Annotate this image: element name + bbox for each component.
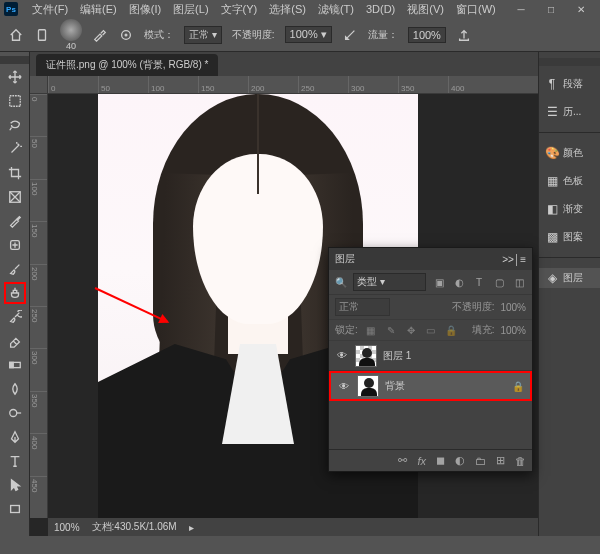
panel-tab-history[interactable]: ☰历... (539, 102, 600, 122)
panel-tab-swatches[interactable]: ▦色板 (539, 171, 600, 191)
brush-preview[interactable] (60, 19, 82, 41)
window-close[interactable]: ✕ (566, 4, 596, 15)
crop-tool[interactable] (4, 162, 26, 184)
ruler-vertical[interactable]: 050100150200250300350400450 (30, 94, 48, 518)
mode-label: 模式： (144, 28, 174, 42)
ruler-origin[interactable] (30, 76, 48, 94)
zoom-level[interactable]: 100% (54, 522, 80, 533)
layers-list: 👁 图层 1 👁 背景 🔒 (329, 341, 532, 449)
filter-smart-icon[interactable]: ◫ (512, 275, 526, 289)
layer-mask-icon[interactable]: ◼ (436, 454, 445, 467)
filter-type-select[interactable]: 类型 ▾ (353, 273, 426, 291)
layer-blend-mode[interactable]: 正常 (335, 298, 390, 316)
panel-dock-expand[interactable] (539, 58, 600, 66)
filter-pixel-icon[interactable]: ▣ (432, 275, 446, 289)
dodge-tool[interactable] (4, 402, 26, 424)
flow-value[interactable]: 100% (408, 27, 446, 43)
layer-name[interactable]: 背景 (385, 379, 405, 393)
clone-stamp-tool[interactable] (4, 282, 26, 304)
delete-layer-icon[interactable]: 🗑 (515, 455, 526, 467)
panel-tab-layers[interactable]: ◈图层 (539, 268, 600, 288)
menu-view[interactable]: 视图(V) (401, 0, 450, 19)
lock-all-icon[interactable]: 🔒 (444, 323, 458, 337)
toolbox-expand[interactable] (0, 56, 29, 64)
lock-transparency-icon[interactable]: ▦ (364, 323, 378, 337)
opacity-value[interactable]: 100% ▾ (285, 26, 332, 43)
share-icon[interactable] (456, 27, 472, 43)
layers-panel: 图层 >>│≡ 🔍 类型 ▾ ▣ ◐ T ▢ ◫ 正常 不透明度: 100% 锁… (328, 247, 533, 472)
brush-settings-icon[interactable] (92, 27, 108, 43)
pen-tool[interactable] (4, 426, 26, 448)
marquee-tool[interactable] (4, 90, 26, 112)
healing-brush-tool[interactable] (4, 234, 26, 256)
menu-type[interactable]: 文字(Y) (215, 0, 264, 19)
home-icon[interactable] (8, 27, 24, 43)
filter-shape-icon[interactable]: ▢ (492, 275, 506, 289)
panel-tab-color[interactable]: 🎨颜色 (539, 143, 600, 163)
panel-tab-paragraph[interactable]: ¶段落 (539, 74, 600, 94)
lock-image-icon[interactable]: ✎ (384, 323, 398, 337)
blur-tool[interactable] (4, 378, 26, 400)
link-layers-icon[interactable]: ⚯ (398, 454, 407, 467)
lock-position-icon[interactable]: ✥ (404, 323, 418, 337)
svg-point-2 (125, 34, 127, 36)
layer-thumbnail[interactable] (357, 375, 379, 397)
panel-menu-icon[interactable]: >>│≡ (502, 254, 526, 265)
search-icon: 🔍 (335, 277, 347, 288)
eraser-tool[interactable] (4, 330, 26, 352)
path-selection-tool[interactable] (4, 474, 26, 496)
ruler-horizontal[interactable]: 050100150200250300350400 (48, 76, 538, 94)
menu-image[interactable]: 图像(I) (123, 0, 167, 19)
doc-size-label[interactable]: 文档:430.5K/1.06M (92, 520, 177, 534)
filter-adjust-icon[interactable]: ◐ (452, 275, 466, 289)
layer-item[interactable]: 👁 图层 1 (329, 341, 532, 371)
menu-layer[interactable]: 图层(L) (167, 0, 214, 19)
history-icon: ☰ (545, 105, 559, 119)
layer-name[interactable]: 图层 1 (383, 349, 411, 363)
tool-preset-icon[interactable] (34, 27, 50, 43)
filter-type-icon[interactable]: T (472, 275, 486, 289)
menu-filter[interactable]: 滤镜(T) (312, 0, 360, 19)
menu-file[interactable]: 文件(F) (26, 0, 74, 19)
layer-thumbnail[interactable] (355, 345, 377, 367)
layer-item-background[interactable]: 👁 背景 🔒 (329, 371, 532, 401)
history-brush-tool[interactable] (4, 306, 26, 328)
lock-artboard-icon[interactable]: ▭ (424, 323, 438, 337)
panel-tab-patterns[interactable]: ▩图案 (539, 227, 600, 247)
window-minimize[interactable]: ─ (506, 4, 536, 15)
menu-window[interactable]: 窗口(W) (450, 0, 502, 19)
document-tab[interactable]: 证件照.png @ 100% (背景, RGB/8) * (36, 54, 218, 76)
visibility-toggle-icon[interactable]: 👁 (335, 350, 349, 361)
svg-point-8 (9, 410, 16, 417)
visibility-toggle-icon[interactable]: 👁 (337, 381, 351, 392)
layers-panel-header[interactable]: 图层 >>│≡ (329, 248, 532, 270)
type-tool[interactable] (4, 450, 26, 472)
panel-tab-gradients[interactable]: ◧渐变 (539, 199, 600, 219)
move-tool[interactable] (4, 66, 26, 88)
pressure-opacity-icon[interactable] (342, 27, 358, 43)
gradient-tool[interactable] (4, 354, 26, 376)
blend-mode-select[interactable]: 正常 ▾ (184, 26, 222, 44)
lasso-tool[interactable] (4, 114, 26, 136)
sample-icon[interactable] (118, 27, 134, 43)
brush-size-label: 40 (66, 41, 76, 51)
eyedropper-tool[interactable] (4, 210, 26, 232)
menu-select[interactable]: 选择(S) (263, 0, 312, 19)
fill-value[interactable]: 100% (500, 325, 526, 336)
layer-style-icon[interactable]: fx (417, 455, 426, 467)
right-panel-dock: ¶段落 ☰历... 🎨颜色 ▦色板 ◧渐变 ▩图案 ◈图层 (538, 52, 600, 536)
layer-opacity-value[interactable]: 100% (500, 302, 526, 313)
menu-edit[interactable]: 编辑(E) (74, 0, 123, 19)
window-maximize[interactable]: □ (536, 4, 566, 15)
app-icon: Ps (4, 2, 18, 16)
menu-3d[interactable]: 3D(D) (360, 1, 401, 17)
brush-tool[interactable] (4, 258, 26, 280)
rectangle-tool[interactable] (4, 498, 26, 520)
frame-tool[interactable] (4, 186, 26, 208)
group-icon[interactable]: 🗀 (475, 455, 486, 467)
new-layer-icon[interactable]: ⊞ (496, 454, 505, 467)
adjustment-layer-icon[interactable]: ◐ (455, 454, 465, 467)
patterns-icon: ▩ (545, 230, 559, 244)
options-bar: 40 模式： 正常 ▾ 不透明度: 100% ▾ 流量： 100% (0, 18, 600, 52)
magic-wand-tool[interactable] (4, 138, 26, 160)
